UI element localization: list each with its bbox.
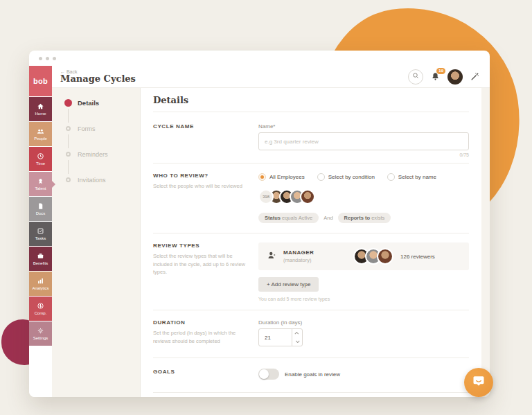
- user-avatar[interactable]: [447, 69, 463, 85]
- panel-footer: Next: [153, 393, 469, 397]
- radio-label: All Employees: [269, 174, 305, 180]
- avatar: [377, 248, 393, 265]
- sidebar-item-docs[interactable]: Docs: [29, 197, 52, 221]
- section-label: WHO TO REVIEW?: [153, 173, 249, 179]
- window-control-dot[interactable]: [39, 57, 42, 60]
- sidebar-item-benefits[interactable]: Benefits: [29, 247, 52, 271]
- sidebar-item-tasks[interactable]: Tasks: [29, 222, 52, 246]
- window-titlebar: [29, 51, 490, 66]
- sidebar-item-settings[interactable]: Settings: [29, 321, 52, 346]
- bar-chart-icon: [37, 277, 44, 285]
- sidebar-item-home[interactable]: Home: [29, 97, 52, 121]
- step-label: Forms: [78, 125, 96, 132]
- employee-count-badge: 398: [258, 189, 274, 204]
- radio-label: Select by name: [398, 174, 436, 180]
- chat-launcher[interactable]: [464, 368, 493, 397]
- radio-select-by-condition[interactable]: Select by condition: [317, 173, 375, 181]
- add-review-type-button[interactable]: + Add review type: [258, 277, 319, 292]
- sidebar-item-talent[interactable]: Talent: [29, 172, 52, 196]
- step-invitations[interactable]: Invitations: [64, 176, 140, 184]
- step-label: Details: [78, 99, 99, 107]
- who-to-review-section: WHO TO REVIEW? Select the people who wil…: [153, 164, 469, 233]
- search-button[interactable]: [408, 69, 423, 85]
- page-background: bob Home People Time Talent: [0, 0, 532, 415]
- step-label: Reminders: [78, 151, 108, 158]
- stepper-up-icon[interactable]: [292, 329, 302, 337]
- cycle-name-input[interactable]: [258, 132, 469, 150]
- step-connector: [68, 134, 69, 148]
- page-title: Manage Cycles: [60, 74, 136, 85]
- field-label: Duration (in days): [258, 319, 469, 326]
- employee-avatar-stack[interactable]: 398: [258, 189, 469, 204]
- sidebar-item-comp[interactable]: Comp.: [29, 297, 52, 321]
- checkbox-icon: [37, 227, 44, 235]
- radio-icon: [317, 173, 325, 181]
- stepper-down-icon[interactable]: [292, 337, 302, 346]
- radio-select-by-name[interactable]: Select by name: [387, 173, 436, 181]
- manager-icon: [267, 250, 277, 263]
- radio-label: Select by condition: [328, 174, 375, 180]
- section-label: GOALS: [153, 369, 249, 375]
- notifications-button[interactable]: 19: [430, 71, 441, 82]
- sidebar-item-analytics[interactable]: Analytics: [29, 272, 52, 296]
- step-reminders[interactable]: Reminders: [64, 150, 140, 158]
- clock-icon: [37, 152, 44, 160]
- sidebar-item-label: Tasks: [35, 236, 46, 240]
- step-label: Invitations: [78, 177, 106, 184]
- section-label: CYCLE NAME: [153, 123, 249, 130]
- medal-icon: [37, 177, 44, 185]
- panel-title: Details: [153, 88, 469, 112]
- details-panel: Details CYCLE NAME Name* 0/75: [140, 88, 481, 397]
- step-forms[interactable]: Forms: [64, 125, 140, 132]
- section-label: DURATION: [153, 319, 249, 326]
- duration-input[interactable]: 21: [258, 328, 303, 346]
- toggle-knob: [259, 369, 269, 379]
- chip-condition: equals Active: [282, 215, 312, 221]
- radio-icon: [387, 173, 395, 181]
- chip-field: Reports to: [344, 215, 371, 221]
- cycle-name-section: CYCLE NAME Name* 0/75: [153, 112, 469, 164]
- review-type-title: MANAGER: [283, 249, 358, 256]
- document-icon: [37, 202, 44, 210]
- wand-icon: [470, 71, 480, 82]
- sidebar-item-people[interactable]: People: [29, 122, 52, 146]
- briefcase-icon: [37, 252, 44, 260]
- step-connector: [68, 160, 69, 174]
- reviewer-avatar-stack: [358, 248, 393, 265]
- goals-toggle[interactable]: [258, 369, 279, 380]
- filter-chip-status[interactable]: Status equals Active: [258, 213, 319, 223]
- sidebar: bob Home People Time Talent: [29, 66, 52, 397]
- sidebar-item-time[interactable]: Time: [29, 147, 52, 171]
- app-window: bob Home People Time Talent: [29, 51, 490, 397]
- filter-joiner: And: [323, 215, 332, 221]
- step-bullet-icon: [64, 99, 72, 107]
- radio-icon: [258, 173, 266, 181]
- sidebar-item-label: Docs: [36, 211, 46, 215]
- duration-value: 21: [259, 329, 292, 346]
- step-bullet-icon: [66, 152, 71, 157]
- sidebar-item-label: Talent: [35, 186, 46, 191]
- radio-all-employees[interactable]: All Employees: [258, 173, 305, 181]
- window-control-dot[interactable]: [53, 57, 56, 60]
- coin-icon: [37, 302, 44, 310]
- goals-section: GOALS Enable goals in review: [153, 358, 469, 393]
- field-label: Name*: [258, 123, 469, 130]
- people-icon: [37, 127, 44, 135]
- filter-chip-reports-to[interactable]: Reports to exists: [338, 213, 391, 223]
- review-type-subtitle: (mandatory): [283, 257, 358, 263]
- chip-field: Status: [265, 215, 281, 221]
- remaining-types-hint: You can add 5 more review types: [258, 297, 469, 301]
- step-connector: [68, 109, 69, 123]
- duration-section: DURATION Set the period (in days) in whi…: [153, 310, 469, 358]
- window-control-dot[interactable]: [46, 57, 49, 60]
- review-type-card[interactable]: MANAGER (mandatory) 126 reviewers: [258, 242, 469, 270]
- bob-logo[interactable]: bob: [29, 66, 52, 96]
- section-hint: Select the review types that will be inc…: [153, 252, 249, 276]
- wand-button[interactable]: [470, 71, 480, 82]
- sidebar-item-label: Benefits: [33, 261, 48, 265]
- section-hint: Select the people who will be reviewed: [153, 182, 249, 191]
- chat-bubble-icon: [472, 374, 486, 391]
- topbar: ← Back Manage Cycles 19: [52, 66, 490, 88]
- step-bullet-icon: [66, 177, 71, 182]
- step-details[interactable]: Details: [64, 99, 140, 107]
